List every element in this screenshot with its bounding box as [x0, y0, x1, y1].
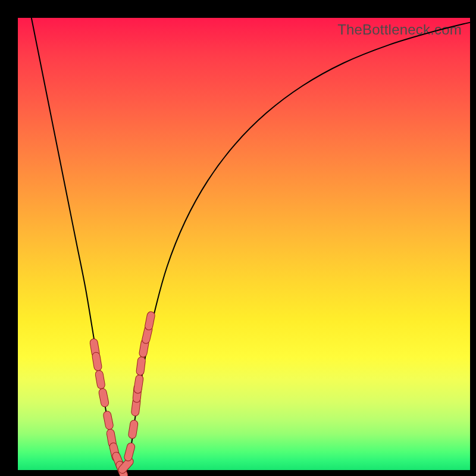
- plot-area: TheBottleneck.com: [18, 18, 470, 470]
- svg-line-7: [103, 393, 105, 403]
- svg-line-5: [99, 374, 101, 385]
- svg-line-11: [111, 433, 112, 444]
- curve-layer: [18, 18, 470, 470]
- svg-line-35: [146, 329, 148, 340]
- svg-line-21: [128, 447, 131, 457]
- svg-line-3: [96, 356, 98, 367]
- svg-line-31: [140, 361, 142, 371]
- chart-frame: TheBottleneck.com: [0, 0, 476, 476]
- svg-line-1: [94, 343, 96, 353]
- svg-line-29: [138, 379, 140, 390]
- svg-line-23: [132, 424, 134, 435]
- svg-line-25: [135, 402, 136, 412]
- bottleneck-curve: [32, 18, 470, 470]
- svg-line-33: [143, 343, 145, 353]
- svg-line-9: [107, 415, 109, 426]
- highlighted-points: [94, 315, 151, 475]
- svg-line-37: [149, 315, 151, 326]
